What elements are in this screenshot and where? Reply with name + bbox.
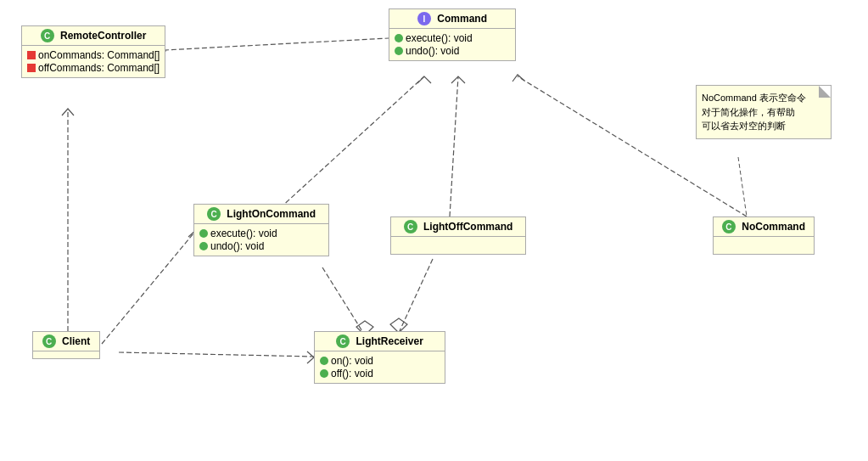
class-icon-c: C [207, 207, 221, 221]
light-off-header: C LightOffCommand [391, 217, 525, 237]
light-off-body [391, 237, 525, 254]
field-text: onCommands: Command[] [38, 49, 160, 61]
command-method-2: undo(): void [395, 45, 510, 57]
method-icon-green [199, 229, 208, 238]
light-receiver-header: C LightReceiver [315, 332, 445, 351]
svg-line-6 [102, 233, 193, 344]
method-text: execute(): void [406, 32, 473, 44]
remote-controller-name: RemoteController [60, 30, 146, 42]
light-on-method-2: undo(): void [199, 240, 323, 252]
client-class: C Client [32, 331, 100, 359]
method-text: undo(): void [210, 240, 264, 252]
remote-controller-header: C RemoteController [22, 26, 165, 46]
method-text: execute(): void [210, 228, 277, 239]
light-off-name: LightOffCommand [423, 221, 512, 233]
no-command-class: C NoCommand [713, 216, 815, 255]
field-text: offCommands: Command[] [38, 62, 160, 74]
svg-line-12 [738, 157, 747, 216]
client-body [33, 351, 99, 358]
class-icon-c: C [42, 335, 56, 348]
class-icon-c: C [722, 220, 736, 233]
method-icon-green [199, 242, 208, 250]
remote-controller-class: C RemoteController onCommands: Command[]… [21, 25, 165, 78]
command-header: I Command [389, 9, 515, 29]
client-header: C Client [33, 332, 99, 351]
svg-line-0 [148, 38, 389, 51]
remote-controller-field-1: onCommands: Command[] [27, 49, 160, 61]
field-icon-red [27, 64, 36, 72]
light-on-name: LightOnCommand [227, 208, 316, 220]
svg-line-8 [322, 267, 365, 335]
no-command-name: NoCommand [742, 221, 805, 233]
interface-icon-i: I [417, 12, 431, 25]
remote-controller-field-2: offCommands: Command[] [27, 62, 160, 74]
light-on-method-1: execute(): void [199, 228, 323, 239]
no-command-body [714, 237, 814, 254]
remote-controller-body: onCommands: Command[] offCommands: Comma… [22, 46, 165, 77]
method-icon-green [395, 34, 403, 42]
class-icon-c: C [336, 335, 350, 348]
svg-line-2 [280, 76, 424, 208]
svg-line-7 [119, 352, 314, 357]
light-on-command-class: C LightOnCommand execute(): void undo():… [193, 204, 329, 256]
method-text: off(): void [331, 368, 373, 379]
light-on-body: execute(): void undo(): void [194, 224, 328, 256]
method-icon-green [395, 47, 403, 55]
light-receiver-method-2: off(): void [320, 368, 440, 379]
no-command-header: C NoCommand [714, 217, 814, 237]
light-receiver-body: on(): void off(): void [315, 351, 445, 383]
svg-line-10 [399, 259, 433, 333]
note-box: NoCommand 表示空命令对于简化操作，有帮助可以省去对空的判断 [696, 85, 832, 139]
field-icon-red [27, 51, 36, 59]
svg-line-3 [450, 76, 458, 216]
class-icon-c: C [404, 220, 417, 233]
command-name: Command [437, 13, 487, 25]
light-receiver-name: LightReceiver [356, 335, 423, 347]
client-name: Client [62, 335, 90, 347]
light-receiver-class: C LightReceiver on(): void off(): void [314, 331, 445, 384]
note-text: NoCommand 表示空命令对于简化操作，有帮助可以省去对空的判断 [702, 93, 806, 131]
class-icon-c: C [41, 29, 54, 42]
method-icon-green [320, 357, 328, 365]
light-receiver-method-1: on(): void [320, 355, 440, 367]
method-icon-green [320, 369, 328, 378]
method-text: on(): void [331, 355, 373, 367]
command-interface: I Command execute(): void undo(): void [389, 8, 516, 61]
light-on-header: C LightOnCommand [194, 205, 328, 224]
diagram-container: C RemoteController onCommands: Command[]… [0, 0, 868, 461]
method-text: undo(): void [406, 45, 459, 57]
command-method-1: execute(): void [395, 32, 510, 44]
command-body: execute(): void undo(): void [389, 29, 515, 60]
light-off-command-class: C LightOffCommand [390, 216, 526, 255]
